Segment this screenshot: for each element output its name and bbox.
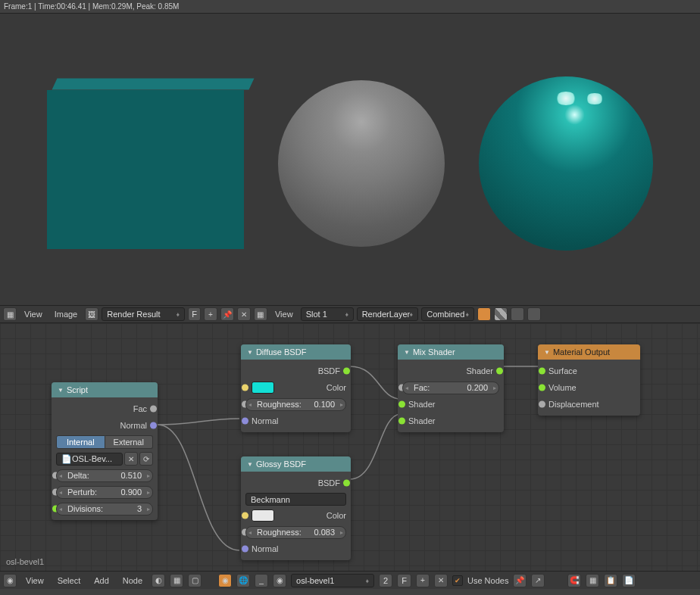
socket-surface-in[interactable] [539,368,545,375]
tex-type-icon[interactable]: ▢ [188,574,202,587]
add-button[interactable]: + [204,307,217,321]
channel-r-icon[interactable] [527,307,541,321]
mix-fac[interactable]: ◂Fac:0.200▸ [402,382,499,394]
snap-type-icon[interactable]: ▦ [586,574,599,587]
socket-fac-out[interactable] [150,406,157,413]
pin-icon[interactable]: 📌 [513,574,527,587]
divisions-field[interactable]: ◂Divisions:3▸ [56,503,153,516]
diffuse-roughness[interactable]: ◂Roughness:0.100▸ [245,398,346,411]
socket-shader-out[interactable] [496,368,503,375]
channel-rgba-icon[interactable] [477,307,491,321]
use-nodes-check[interactable] [452,575,463,586]
socket-color-in[interactable] [242,385,248,391]
menu-node[interactable]: Node [118,576,147,585]
node-diffuse-bsdf[interactable]: ▼Diffuse BSDF BSDF Color ◂Roughness:0.10… [241,344,351,432]
node-title: Glossy BSDF [256,459,306,469]
shader-object-icon[interactable]: ◉ [218,574,232,587]
material-select[interactable]: osl-bevel1 [291,574,374,587]
image-editor-toolbar: ▦ View Image 🖼 Render Result F + 📌 ✕ ▦ V… [0,305,700,323]
node-editor-toolbar: ◉ View Select Add Node ◐ ▦ ▢ ◉ 🌐 ⎯ ◉ osl… [0,571,700,589]
channel-alpha-icon[interactable] [494,307,508,321]
socket-bsdf-out[interactable] [343,480,350,487]
menu-select[interactable]: Select [53,576,86,585]
perturb-field[interactable]: ◂Perturb:0.900▸ [56,486,153,499]
shader-world-icon[interactable]: 🌐 [236,574,250,587]
socket-color-in[interactable] [242,512,248,519]
socket-shader2-in[interactable] [398,418,405,425]
layer-select[interactable]: RenderLayer [357,307,419,321]
render-sphere-teal [479,76,653,251]
render-info-bar: Frame:1 | Time:00:46.41 | Mem:0.29M, Pea… [0,0,700,14]
material-users[interactable]: 2 [379,574,392,587]
node-material-output[interactable]: ▼Material Output Surface Volume Displace… [538,344,640,416]
menu-view[interactable]: View [20,310,47,319]
browse-image-icon[interactable]: ▦ [254,307,267,321]
material-ball-icon[interactable]: ◉ [273,574,286,587]
render-sphere-grey [278,80,445,247]
node-title: Material Output [553,347,610,357]
unlink-button[interactable]: ✕ [237,307,251,321]
copy-nodes-icon[interactable]: 📋 [604,574,617,587]
node-title: Mix Shader [413,347,455,357]
render-result-select[interactable]: Render Result [102,307,185,321]
go-parent-icon[interactable]: ↗ [531,574,545,587]
menu-add[interactable]: Add [89,576,114,585]
diffuse-color-swatch[interactable] [252,382,274,394]
snap-icon[interactable]: 🧲 [567,574,581,587]
channel-z-icon[interactable] [511,307,524,321]
comp-type-icon[interactable]: ▦ [170,574,183,587]
menu-image[interactable]: Image [50,310,83,319]
glossy-color-swatch[interactable] [252,509,274,522]
refresh-icon[interactable]: ⟳ [139,452,153,466]
node-title: Script [67,385,88,394]
fake-user-button[interactable]: F [188,307,201,321]
socket-shader1-in[interactable] [398,401,405,408]
script-mode-toggle[interactable]: Internal External [56,435,153,449]
script-file-select[interactable]: 📄 OSL-Bev... [56,453,123,466]
node-mix-shader[interactable]: ▼Mix Shader Shader ◂Fac:0.200▸ Shader Sh… [398,344,504,432]
fake-user-button[interactable]: F [397,574,411,587]
pass-select[interactable]: Combined [421,307,474,321]
socket-volume-in[interactable] [539,385,545,391]
node-script[interactable]: ▼Script Fac Normal Internal External 📄 O… [52,382,158,520]
socket-displacement-in[interactable] [539,401,545,408]
add-material-button[interactable]: + [416,574,430,587]
pin-button[interactable]: 📌 [220,307,234,321]
editor-type-icon[interactable]: ◉ [3,574,17,587]
use-nodes-label: Use Nodes [467,576,508,585]
menu-view-2[interactable]: View [270,310,298,319]
material-breadcrumb: osl-bevel1 [6,557,44,566]
socket-bsdf-out[interactable] [343,368,350,375]
image-icon[interactable]: 🖼 [85,307,98,321]
socket-normal-out[interactable] [150,422,157,429]
node-glossy-bsdf[interactable]: ▼Glossy BSDF BSDF Beckmann Color ◂Roughn… [241,456,351,560]
glossy-distribution[interactable]: Beckmann [245,493,346,506]
paste-nodes-icon[interactable]: 📄 [622,574,636,587]
shader-line-icon[interactable]: ⎯ [255,574,268,587]
slot-select[interactable]: Slot 1 [301,307,354,321]
unlink-material-button[interactable]: ✕ [434,574,448,587]
shader-type-icon[interactable]: ◐ [152,574,165,587]
render-cube [47,76,244,251]
socket-normal-in[interactable] [242,418,248,425]
socket-normal-in[interactable] [242,546,248,553]
delta-field[interactable]: ◂Delta:0.510▸ [56,469,153,482]
menu-view[interactable]: View [21,576,48,585]
render-viewport [0,14,700,305]
node-title: Diffuse BSDF [256,347,306,357]
node-editor[interactable]: ▼Script Fac Normal Internal External 📄 O… [0,323,700,589]
glossy-roughness[interactable]: ◂Roughness:0.083▸ [245,526,346,539]
editor-type-icon[interactable]: ▦ [3,307,17,321]
unlink-script-icon[interactable]: ✕ [124,452,138,466]
